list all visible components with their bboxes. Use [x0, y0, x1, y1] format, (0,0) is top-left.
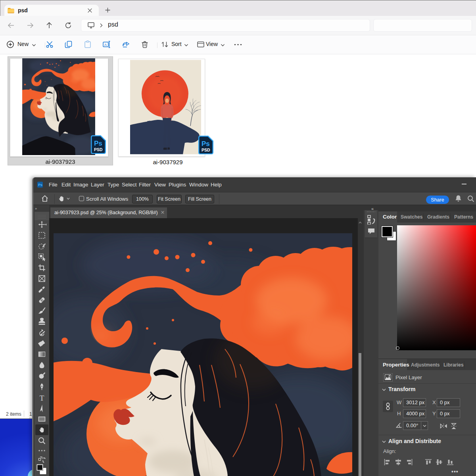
svg-text:Ps: Ps: [38, 183, 42, 187]
svg-text:A: A: [104, 43, 107, 47]
svg-text:T: T: [40, 394, 44, 402]
